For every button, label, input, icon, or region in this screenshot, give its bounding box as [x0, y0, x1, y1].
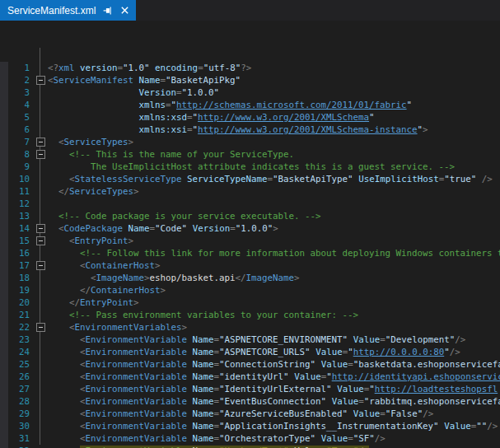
line-number: 26: [8, 371, 33, 383]
breakpoint-margin[interactable]: [0, 383, 8, 395]
code-text: <ImageName>eshop/basket.api</ImageName>: [48, 272, 500, 284]
breakpoint-margin[interactable]: [0, 408, 8, 420]
code-line[interactable]: 10 <StatelessServiceType ServiceTypeName…: [0, 173, 500, 185]
code-text: <!-- Pass environment variables to your …: [48, 309, 500, 321]
code-text: <?xml version="1.0" encoding="utf-8"?>: [48, 62, 500, 74]
breakpoint-margin[interactable]: [0, 185, 8, 198]
breakpoint-margin[interactable]: [0, 62, 8, 74]
fold-collapse-icon[interactable]: [36, 224, 45, 233]
breakpoint-margin[interactable]: [0, 346, 8, 358]
breakpoint-margin[interactable]: [0, 358, 8, 371]
code-line[interactable]: 22 <EnvironmentVariables>: [0, 321, 500, 334]
fold-collapse-icon[interactable]: [36, 76, 45, 85]
breakpoint-margin[interactable]: [0, 296, 8, 309]
code-line[interactable]: 13 <!-- Code package is your service exe…: [0, 210, 500, 222]
code-line[interactable]: 21 <!-- Pass environment variables to yo…: [0, 309, 500, 321]
breakpoint-margin[interactable]: [0, 222, 8, 235]
fold-collapse-icon[interactable]: [36, 138, 45, 147]
breakpoint-margin[interactable]: [0, 136, 8, 148]
fold-column: [33, 136, 48, 148]
code-text: <!-- Code package is your service execut…: [48, 210, 500, 222]
code-line[interactable]: 19 </ContainerHost>: [0, 284, 500, 296]
code-line[interactable]: 24 <EnvironmentVariable Name="ASPNETCORE…: [0, 346, 500, 358]
line-number: 7: [8, 136, 33, 148]
code-text: The UseImplicitHost attribute indicates …: [48, 161, 500, 173]
line-number: 17: [8, 259, 33, 272]
code-line[interactable]: 17 <ContainerHost>: [0, 259, 500, 272]
line-number: 29: [8, 408, 33, 420]
code-line[interactable]: 18 <ImageName>eshop/basket.api</ImageNam…: [0, 272, 500, 284]
code-text: <EnvironmentVariable Name="ApplicationIn…: [48, 420, 500, 432]
code-line[interactable]: 27 <EnvironmentVariable Name="IdentityUr…: [0, 383, 500, 395]
line-number: 1: [8, 62, 33, 74]
code-line[interactable]: 5 xmlns:xsd="http://www.w3.org/2001/XMLS…: [0, 111, 500, 124]
line-number: 4: [8, 99, 33, 111]
breakpoint-margin[interactable]: [0, 111, 8, 124]
breakpoint-margin[interactable]: [0, 371, 8, 383]
fold-collapse-icon[interactable]: [36, 323, 45, 332]
breakpoint-margin[interactable]: [0, 74, 8, 86]
fold-column: [33, 321, 48, 334]
breakpoint-margin[interactable]: [0, 247, 8, 259]
breakpoint-margin[interactable]: [0, 99, 8, 111]
code-line[interactable]: 23 <EnvironmentVariable Name="ASPNETCORE…: [0, 334, 500, 346]
code-line[interactable]: 25 <EnvironmentVariable Name="Connection…: [0, 358, 500, 371]
code-line[interactable]: 31 <EnvironmentVariable Name="Orchestrat…: [0, 432, 500, 445]
code-line[interactable]: 1<?xml version="1.0" encoding="utf-8"?>: [0, 62, 500, 74]
fold-column: [33, 222, 48, 235]
code-line[interactable]: 11 </ServiceTypes>: [0, 185, 500, 198]
breakpoint-margin[interactable]: [0, 432, 8, 445]
code-line[interactable]: 2<ServiceManifest Name="BasketApiPkg": [0, 74, 500, 86]
fold-collapse-icon[interactable]: [36, 261, 45, 270]
code-line[interactable]: 16 <!-- Follow this link for more inform…: [0, 247, 500, 259]
fold-collapse-icon[interactable]: [36, 150, 45, 159]
fold-column: [33, 309, 48, 321]
code-line[interactable]: 8 <!-- This is the name of your ServiceT…: [0, 148, 500, 161]
breakpoint-margin[interactable]: [0, 284, 8, 296]
fold-collapse-icon[interactable]: [36, 236, 45, 245]
code-line[interactable]: 7 <ServiceTypes>: [0, 136, 500, 148]
breakpoint-margin[interactable]: [0, 161, 8, 173]
code-line[interactable]: 14 <CodePackage Name="Code" Version="1.0…: [0, 222, 500, 235]
tab-servicemanifest[interactable]: ServiceManifest.xml: [0, 0, 136, 21]
line-number: 6: [8, 124, 33, 136]
code-line[interactable]: 20 </EntryPoint>: [0, 296, 500, 309]
code-line[interactable]: 15 <EntryPoint>: [0, 235, 500, 247]
code-line[interactable]: 29 <EnvironmentVariable Name="AzureServi…: [0, 408, 500, 420]
breakpoint-margin[interactable]: [0, 309, 8, 321]
fold-column: [33, 296, 48, 309]
code-line[interactable]: 28 <EnvironmentVariable Name="EventBusCo…: [0, 395, 500, 408]
fold-column: [33, 62, 48, 74]
code-line[interactable]: 6 xmlns:xsi="http://www.w3.org/2001/XMLS…: [0, 124, 500, 136]
breakpoint-margin[interactable]: [0, 445, 8, 448]
code-line[interactable]: 30 <EnvironmentVariable Name="Applicatio…: [0, 420, 500, 432]
code-text: <StatelessServiceType ServiceTypeName="B…: [48, 173, 500, 185]
breakpoint-margin[interactable]: [0, 334, 8, 346]
xml-editor-area[interactable]: 1<?xml version="1.0" encoding="utf-8"?>2…: [0, 21, 500, 448]
line-number: 16: [8, 247, 33, 259]
code-line[interactable]: 9 The UseImplicitHost attribute indicate…: [0, 161, 500, 173]
breakpoint-margin[interactable]: [0, 235, 8, 247]
breakpoint-margin[interactable]: [0, 321, 8, 334]
code-text: [48, 198, 500, 210]
breakpoint-margin[interactable]: [0, 173, 8, 185]
code-text: <!-- This is the name of your ServiceTyp…: [48, 148, 500, 161]
breakpoint-margin[interactable]: [0, 210, 8, 222]
close-icon[interactable]: [119, 5, 130, 16]
fold-column: [33, 371, 48, 383]
breakpoint-margin[interactable]: [0, 148, 8, 161]
code-line[interactable]: 4 xmlns="http://schemas.microsoft.com/20…: [0, 99, 500, 111]
breakpoint-margin[interactable]: [0, 272, 8, 284]
code-line[interactable]: 3 Version="1.0.0": [0, 86, 500, 99]
breakpoint-margin[interactable]: [0, 124, 8, 136]
code-line[interactable]: 12: [0, 198, 500, 210]
breakpoint-margin[interactable]: [0, 198, 8, 210]
code-text: </EntryPoint>: [48, 296, 500, 309]
breakpoint-margin[interactable]: [0, 395, 8, 408]
breakpoint-margin[interactable]: [0, 420, 8, 432]
breakpoint-margin[interactable]: [0, 86, 8, 99]
code-line[interactable]: 26 <EnvironmentVariable Name="identityUr…: [0, 371, 500, 383]
pin-icon[interactable]: [102, 5, 113, 16]
code-line[interactable]: 32 <EnvironmentVariable Name="UseLoadTes…: [0, 445, 500, 448]
breakpoint-margin[interactable]: [0, 259, 8, 272]
